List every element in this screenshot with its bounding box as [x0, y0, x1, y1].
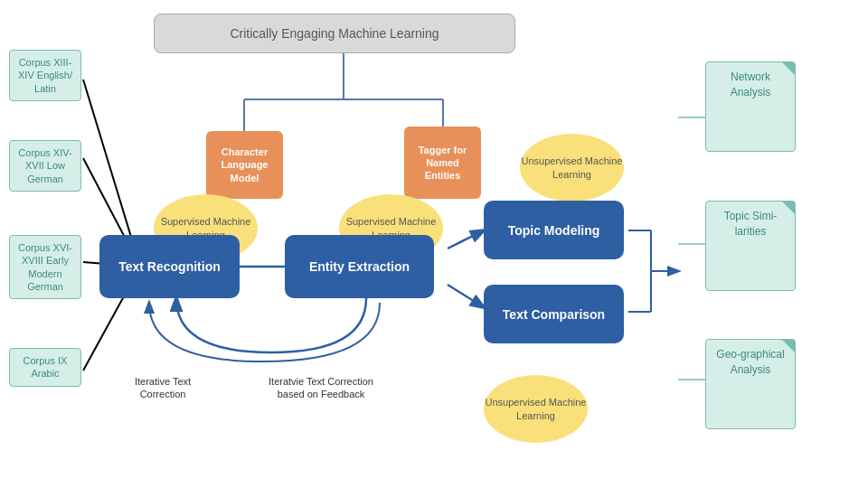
network-analysis-card: Network Analysis: [705, 61, 796, 152]
iter-label-1: Iterative Text Correction: [118, 375, 208, 401]
entity-extraction-box: Entity Extraction: [285, 235, 434, 298]
diagram-container: { "banner": { "label": "Critically Engag…: [0, 0, 868, 488]
text-recognition-box: Text Recognition: [99, 235, 240, 298]
banner-label: Critically Engaging Machine Learning: [230, 26, 439, 41]
topic-modeling-box: Topic Modeling: [484, 201, 624, 259]
iter-label-2: Iteratvie Text Correction based on Feedb…: [262, 375, 380, 401]
svg-line-10: [448, 285, 484, 307]
oval-unsupervised-2: Unsupervised Machine Learning: [484, 375, 588, 443]
corpus-card-3: Corpus XVI-XVIII Early Modern German: [9, 235, 81, 299]
corpus-card-1: Corpus XIII-XIV English/ Latin: [9, 50, 81, 101]
oval-unsupervised-1: Unsupervised Machine Learning: [520, 134, 624, 202]
corpus-card-4: Corpus IX Arabic: [9, 348, 81, 387]
top-banner: Critically Engaging Machine Learning: [154, 14, 515, 53]
tagger-box: Tagger for Named Entities: [404, 127, 481, 199]
corpus-card-2: Corpus XIV-XVII Low German: [9, 140, 81, 192]
char-lang-model-box: Character Language Model: [206, 131, 283, 199]
geographical-analysis-card: Geo-graphical Analysis: [705, 339, 796, 429]
text-comparison-box: Text Comparison: [484, 285, 624, 343]
topic-similarities-card: Topic Simi-larities: [705, 201, 796, 291]
svg-line-9: [448, 230, 484, 249]
